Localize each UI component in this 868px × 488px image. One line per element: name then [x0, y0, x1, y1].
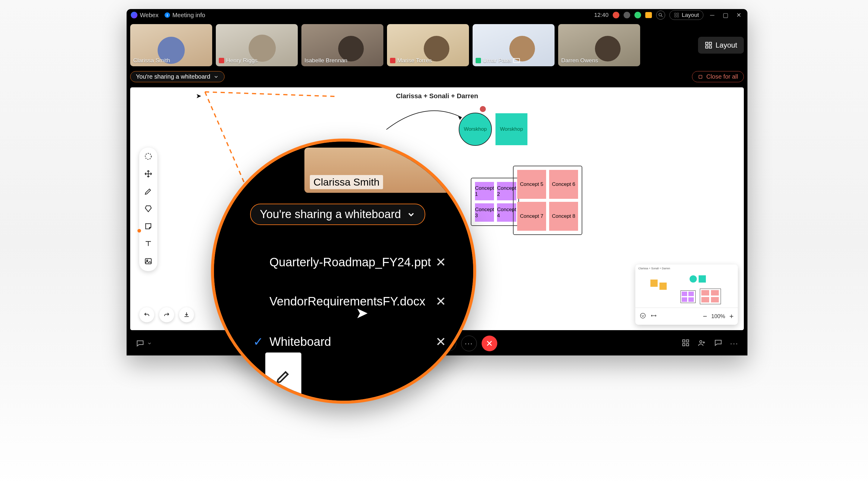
maximize-button[interactable]: ▢: [721, 10, 730, 20]
pen-tool-button[interactable]: [144, 187, 153, 197]
mic-live-icon: [475, 58, 481, 63]
participant-name: Umar Patel: [483, 57, 512, 64]
more-panels-button[interactable]: ···: [730, 339, 738, 348]
text-tool-button[interactable]: [144, 239, 153, 250]
sticky-note[interactable]: Concept 7: [517, 202, 546, 231]
workshop-square-shape[interactable]: Worskhop: [495, 113, 527, 145]
collaborator-avatar-icon: [479, 105, 487, 113]
minimize-button[interactable]: ─: [708, 10, 717, 20]
sharing-icon: [513, 58, 520, 63]
zoom-out-button[interactable]: −: [703, 312, 707, 321]
zoom-callout: Clarissa Smith You're sharing a whiteboa…: [211, 138, 476, 404]
concept-frame-purple[interactable]: Concept 1 Concept 2 Concept 3 Concept 4: [471, 178, 519, 226]
svg-rect-5: [677, 16, 678, 17]
sticky-note[interactable]: Concept 6: [549, 170, 578, 199]
sticky-label: Concept 7: [520, 213, 544, 219]
close-window-button[interactable]: ✕: [734, 10, 743, 20]
participant-name: Marise Torres: [397, 57, 432, 64]
leave-button[interactable]: ✕: [482, 335, 497, 351]
concept-frame-pink[interactable]: Concept 5 Concept 6 Concept 7 Concept 8: [513, 166, 582, 235]
whiteboard-toolbox: [139, 148, 157, 271]
chat-panel-button[interactable]: [714, 338, 723, 349]
layout-button-titlebar[interactable]: Layout: [670, 10, 704, 20]
shape-tool-button[interactable]: [144, 204, 153, 215]
svg-rect-19: [687, 340, 689, 342]
apps-icon: [681, 338, 690, 347]
sticky-note[interactable]: Concept 3: [475, 203, 494, 222]
svg-point-22: [700, 341, 702, 343]
participant-tile[interactable]: Henry Riggs: [216, 24, 298, 66]
sticky-tool-button[interactable]: [144, 222, 153, 232]
minimap-view[interactable]: Clarissa + Sonali + Darren: [635, 264, 738, 308]
sticky-note[interactable]: Concept 5: [517, 170, 546, 199]
sticky-label: Concept 1: [475, 185, 494, 197]
remove-item-button[interactable]: ✕: [435, 334, 446, 349]
share-menu-item[interactable]: VendorRequirementsFY.docx ✕: [253, 289, 446, 313]
apps-button[interactable]: [681, 338, 690, 349]
titlebar: Webex i Meeting info 12:40 Layout ─ ▢ ✕: [127, 9, 747, 21]
participant-tile[interactable]: Clarissa Smith: [130, 24, 212, 66]
remove-item-button[interactable]: ✕: [435, 294, 446, 309]
svg-rect-4: [675, 16, 676, 17]
sticky-note[interactable]: Concept 1: [475, 182, 494, 200]
stop-icon: [698, 74, 703, 79]
share-banner-row: You're sharing a whiteboard ➤ Close for …: [127, 69, 747, 86]
close-for-all-button[interactable]: Close for all: [692, 71, 744, 82]
sticky-label: Concept 8: [552, 213, 575, 219]
chat-toggle-button[interactable]: [135, 339, 152, 348]
svg-point-14: [641, 313, 646, 318]
svg-point-11: [145, 153, 151, 159]
fit-width-icon: [650, 313, 657, 319]
info-icon[interactable]: i: [164, 12, 170, 18]
speech-icon: [714, 338, 723, 347]
svg-rect-10: [699, 75, 702, 78]
svg-rect-9: [709, 46, 712, 48]
sticky-note[interactable]: Concept 8: [549, 202, 578, 231]
svg-rect-21: [687, 344, 689, 346]
meeting-info-link[interactable]: Meeting info: [173, 12, 205, 19]
profile-dot-icon[interactable]: [624, 12, 630, 19]
download-button[interactable]: [179, 307, 194, 322]
layout-button-label: Layout: [715, 41, 737, 50]
move-tool-button[interactable]: [144, 169, 153, 180]
remove-item-button[interactable]: ✕: [435, 255, 446, 270]
chevron-down-icon: [407, 210, 415, 219]
chat-icon[interactable]: [645, 12, 652, 18]
select-tool-button[interactable]: [144, 152, 153, 162]
share-menu-item[interactable]: Quarterly-Roadmap_FY24.ppt ✕: [253, 250, 446, 274]
canvas-title: Clarissa + Sonali + Darren: [396, 92, 478, 100]
participants-button[interactable]: [698, 338, 707, 349]
sharing-dropdown-button[interactable]: You're sharing a whiteboard: [130, 71, 224, 82]
ellipsis-icon: ···: [465, 339, 473, 348]
signal-icon[interactable]: [634, 12, 641, 19]
participant-tile[interactable]: Umar Patel: [472, 24, 555, 66]
share-menu-item-label: VendorRequirementsFY.docx: [270, 295, 425, 308]
svg-point-0: [659, 13, 661, 16]
svg-rect-6: [706, 42, 708, 44]
callout-banner-text: You're sharing a whiteboard: [260, 208, 401, 221]
callout-sharing-dropdown[interactable]: You're sharing a whiteboard: [250, 204, 425, 225]
participant-tile[interactable]: Marise Torres: [387, 24, 469, 66]
redo-button[interactable]: [159, 307, 174, 322]
close-icon: ✕: [486, 338, 493, 349]
participant-tile[interactable]: Darren Owens: [558, 24, 640, 66]
fit-button[interactable]: [650, 313, 657, 321]
more-options-button[interactable]: ···: [461, 335, 477, 351]
cursor-icon: ➤: [355, 304, 368, 322]
undo-button[interactable]: [139, 307, 154, 322]
zoom-search-button[interactable]: [656, 10, 665, 20]
layout-button[interactable]: Layout: [698, 37, 744, 54]
recording-indicator-icon[interactable]: [613, 12, 619, 19]
app-name: Webex: [140, 12, 158, 19]
zoom-in-button[interactable]: +: [730, 312, 734, 321]
minimap-menu-button[interactable]: [640, 313, 646, 321]
svg-rect-2: [675, 13, 676, 14]
workshop-circle-shape[interactable]: Worskhop: [459, 113, 492, 146]
image-tool-button[interactable]: [144, 257, 153, 267]
slider-handle-icon[interactable]: [137, 229, 141, 233]
participant-tile[interactable]: Isabelle Brennan: [301, 24, 383, 66]
grid-icon: [674, 12, 679, 18]
share-menu-item[interactable]: ✓ Whiteboard ✕: [253, 330, 446, 354]
chevron-down-circle-icon: [640, 313, 646, 319]
participant-name: Darren Owens: [561, 57, 598, 64]
